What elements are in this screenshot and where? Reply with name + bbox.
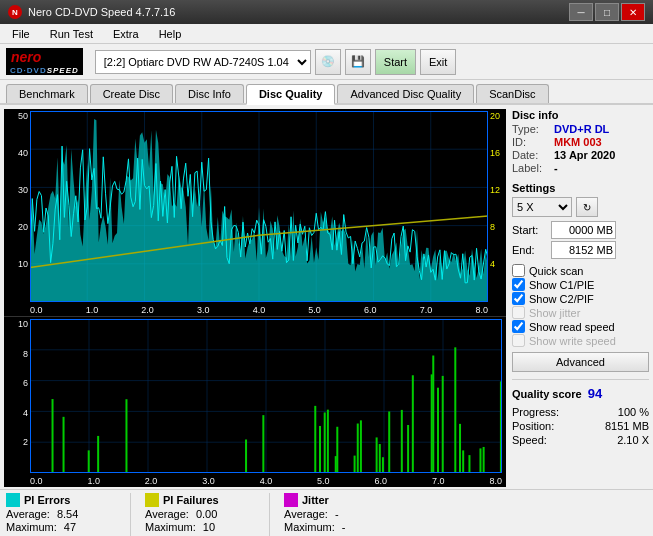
side-panel: Disc info Type: DVD+R DL ID: MKM 003 Dat… [508,105,653,489]
progress-section: Progress: 100 % Position: 8151 MB Speed:… [512,406,649,446]
id-value: MKM 003 [554,136,602,148]
pi-errors-max-value: 47 [64,521,76,533]
quality-score-section: Quality score 94 [512,379,649,401]
quick-scan-label: Quick scan [529,265,583,277]
start-label: Start: [512,224,547,236]
tab-create-disc[interactable]: Create Disc [90,84,173,103]
show-write-speed-checkbox [512,334,525,347]
tab-disc-info[interactable]: Disc Info [175,84,244,103]
date-value: 13 Apr 2020 [554,149,615,161]
show-write-speed-label: Show write speed [529,335,616,347]
progress-label: Progress: [512,406,559,418]
label-value: - [554,162,558,174]
pi-failures-avg-value: 0.00 [196,508,217,520]
label-label: Label: [512,162,554,174]
settings-title: Settings [512,182,649,194]
tab-disc-quality[interactable]: Disc Quality [246,84,336,105]
show-write-speed-row: Show write speed [512,334,649,347]
jitter-avg-label: Average: [284,508,328,520]
disc-info-title: Disc info [512,109,649,121]
pi-errors-avg-label: Average: [6,508,50,520]
show-jitter-label: Show jitter [529,307,580,319]
bottom-chart-canvas [30,319,502,473]
show-c2-row: Show C2/PIF [512,292,649,305]
quick-scan-checkbox[interactable] [512,264,525,277]
show-c1-row: Show C1/PIE [512,278,649,291]
show-c2-label: Show C2/PIF [529,293,594,305]
titlebar: N Nero CD-DVD Speed 4.7.7.16 ─ □ ✕ [0,0,653,24]
jitter-color [284,493,298,507]
pi-errors-max-label: Maximum: [6,521,57,533]
jitter-label: Jitter [302,494,329,506]
pi-errors-avg-value: 8.54 [57,508,78,520]
menu-extra[interactable]: Extra [105,26,147,42]
pi-failures-avg-label: Average: [145,508,189,520]
close-button[interactable]: ✕ [621,3,645,21]
menu-help[interactable]: Help [151,26,190,42]
pi-errors-legend: PI Errors Average: 8.54 Maximum: 47 Tota… [6,493,116,536]
pi-failures-legend: PI Failures Average: 0.00 Maximum: 10 To… [145,493,255,536]
pi-failures-label: PI Failures [163,494,219,506]
pi-failures-max-value: 10 [203,521,215,533]
date-label: Date: [512,149,554,161]
bottom-chart: 10 8 6 4 2 0.01.02.03.04.05.06.07.08.0 [4,317,506,487]
show-c1-label: Show C1/PIE [529,279,594,291]
progress-value: 100 % [618,406,649,418]
exit-button[interactable]: Exit [420,49,456,75]
divider-1 [130,493,131,536]
quick-scan-row: Quick scan [512,264,649,277]
app-title: Nero CD-DVD Speed 4.7.7.16 [28,6,175,18]
main-content: 50 40 30 20 10 20 16 12 8 4 0.01.02.03.0… [0,105,653,489]
tab-benchmark[interactable]: Benchmark [6,84,88,103]
save-icon-button[interactable]: 💾 [345,49,371,75]
show-jitter-row: Show jitter [512,306,649,319]
show-read-speed-label: Show read speed [529,321,615,333]
start-button[interactable]: Start [375,49,416,75]
menubar: File Run Test Extra Help [0,24,653,44]
speed-value: 2.10 X [617,434,649,446]
disc-icon-button[interactable]: 💿 [315,49,341,75]
advanced-button[interactable]: Advanced [512,352,649,372]
app-icon: N [8,5,22,19]
menu-run-test[interactable]: Run Test [42,26,101,42]
tabs-bar: Benchmark Create Disc Disc Info Disc Qua… [0,80,653,105]
top-chart-canvas [30,111,488,302]
settings-section: Settings 5 X ↻ Start: End: Quick scan [512,182,649,372]
pi-failures-color [145,493,159,507]
jitter-legend: Jitter Average: - Maximum: - PO failures… [284,493,394,536]
tab-scan-disc[interactable]: ScanDisc [476,84,548,103]
id-label: ID: [512,136,554,148]
divider-2 [269,493,270,536]
show-c2-checkbox[interactable] [512,292,525,305]
show-jitter-checkbox [512,306,525,319]
disc-info-section: Disc info Type: DVD+R DL ID: MKM 003 Dat… [512,109,649,175]
jitter-avg-value: - [335,508,339,520]
type-label: Type: [512,123,554,135]
tab-advanced-disc-quality[interactable]: Advanced Disc Quality [337,84,474,103]
drive-select[interactable]: [2:2] Optiarc DVD RW AD-7240S 1.04 [95,50,311,74]
quality-score-value: 94 [588,386,602,401]
pi-errors-color [6,493,20,507]
menu-file[interactable]: File [4,26,38,42]
jitter-max-value: - [342,521,346,533]
speed-label: Speed: [512,434,547,446]
quality-score-label: Quality score [512,388,582,400]
position-label: Position: [512,420,554,432]
type-value: DVD+R DL [554,123,609,135]
speed-select[interactable]: 5 X [512,197,572,217]
end-label: End: [512,244,547,256]
end-input[interactable] [551,241,616,259]
minimize-button[interactable]: ─ [569,3,593,21]
top-chart: 50 40 30 20 10 20 16 12 8 4 0.01.02.03.0… [4,109,506,317]
start-input[interactable] [551,221,616,239]
pi-failures-max-label: Maximum: [145,521,196,533]
show-read-speed-row: Show read speed [512,320,649,333]
position-value: 8151 MB [605,420,649,432]
speed-refresh-button[interactable]: ↻ [576,197,598,217]
pi-errors-label: PI Errors [24,494,70,506]
toolbar: nero CD·DVDSPEED [2:2] Optiarc DVD RW AD… [0,44,653,80]
maximize-button[interactable]: □ [595,3,619,21]
legend-stats-bar: PI Errors Average: 8.54 Maximum: 47 Tota… [0,489,653,536]
show-read-speed-checkbox[interactable] [512,320,525,333]
show-c1-checkbox[interactable] [512,278,525,291]
